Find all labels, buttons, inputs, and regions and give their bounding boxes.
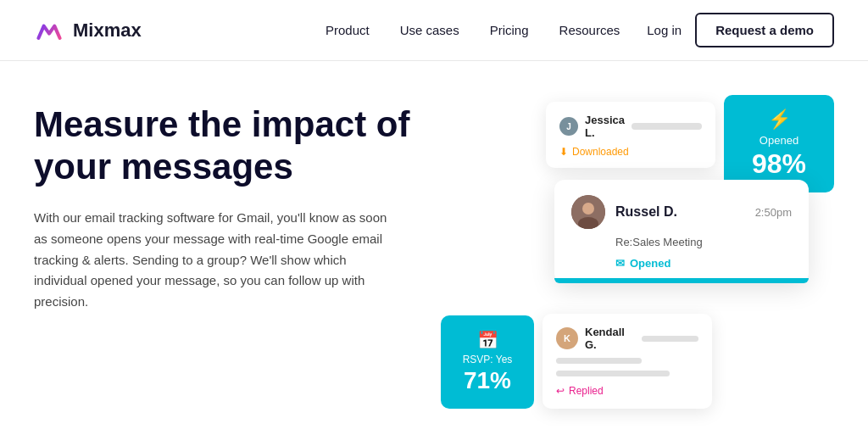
russel-card: Russel D. 2:50pm Re:Sales Meeting ✉ Open… xyxy=(554,180,809,283)
download-icon: ⬇ xyxy=(559,146,568,158)
opened-stat-value: 98% xyxy=(752,148,806,180)
hero-visual: ⚡ Opened 98% J Jessica L. ⬇ Downloaded xyxy=(441,95,834,446)
hero-title: Measure the impact of your messages xyxy=(34,103,441,187)
calendar-icon: 📅 xyxy=(477,330,498,350)
svg-point-2 xyxy=(582,203,594,215)
svg-rect-0 xyxy=(34,15,64,46)
russel-avatar xyxy=(571,195,605,229)
kendall-action: ↩ Replied xyxy=(556,385,698,397)
russel-status: ✉ Opened xyxy=(571,257,792,270)
nav-link-resources[interactable]: Resources xyxy=(559,23,620,37)
rsvp-stat-value: 71% xyxy=(464,367,511,394)
kendall-avatar: K xyxy=(556,327,578,349)
jessica-action: ⬇ Downloaded xyxy=(559,146,702,158)
kendall-name: Kendall G. xyxy=(585,326,635,351)
kendall-line1 xyxy=(556,358,642,364)
logo[interactable]: Mixmax xyxy=(34,15,142,46)
lightning-icon: ⚡ xyxy=(768,109,791,131)
main-content: Measure the impact of your messages With… xyxy=(0,61,868,446)
request-demo-button[interactable]: Request a demo xyxy=(695,13,834,47)
russel-subject: Re:Sales Meeting xyxy=(571,236,792,248)
russel-bar xyxy=(554,278,809,283)
hero-left: Measure the impact of your messages With… xyxy=(34,95,441,313)
jessica-card: J Jessica L. ⬇ Downloaded xyxy=(546,102,715,168)
envelope-icon: ✉ xyxy=(615,257,625,270)
hero-description: With our email tracking software for Gma… xyxy=(34,208,390,313)
logo-text: Mixmax xyxy=(73,20,142,42)
login-button[interactable]: Log in xyxy=(647,23,682,37)
jessica-action-label: Downloaded xyxy=(572,146,629,158)
opened-stat-label: Opened xyxy=(760,134,798,147)
russel-time: 2:50pm xyxy=(755,206,792,219)
navigation: Mixmax Product Use cases Pricing Resourc… xyxy=(0,0,868,61)
nav-link-use-cases[interactable]: Use cases xyxy=(400,23,459,37)
russel-name: Russel D. xyxy=(615,204,745,220)
russel-status-label: Opened xyxy=(630,257,670,270)
rsvp-stat-label: RSVP: Yes xyxy=(463,354,513,365)
russel-avatar-img xyxy=(571,195,605,229)
nav-links: Product Use cases Pricing Resources xyxy=(326,23,620,37)
rsvp-stat-card: 📅 RSVP: Yes 71% xyxy=(441,315,534,409)
russel-card-header: Russel D. 2:50pm xyxy=(571,195,792,229)
kendall-card: K Kendall G. ↩ Replied xyxy=(542,314,712,409)
kendall-action-label: Replied xyxy=(569,385,604,397)
mixmax-logo-icon xyxy=(34,15,64,46)
opened-stat-card: ⚡ Opened 98% xyxy=(724,95,834,192)
kendall-line2 xyxy=(556,371,670,376)
reply-icon: ↩ xyxy=(556,385,565,397)
kendall-card-header: K Kendall G. xyxy=(556,326,698,351)
jessica-name: Jessica L. xyxy=(585,114,625,139)
nav-link-product[interactable]: Product xyxy=(326,23,370,37)
jessica-card-header: J Jessica L. xyxy=(559,114,702,139)
jessica-line xyxy=(632,123,702,130)
jessica-avatar: J xyxy=(559,117,578,136)
nav-link-pricing[interactable]: Pricing xyxy=(490,23,529,37)
